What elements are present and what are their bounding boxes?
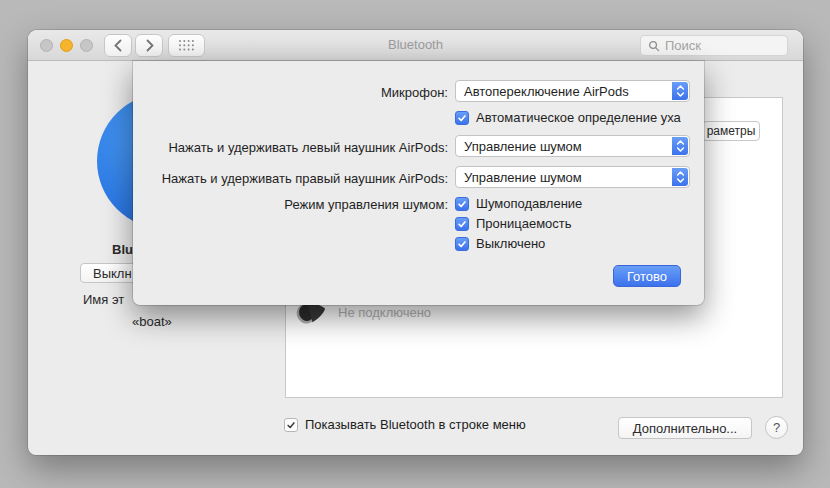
bluetooth-status-label: Blu (112, 242, 133, 257)
noise-mode-label: Режим управления шумом: (133, 197, 448, 212)
popup-stepper-icon (672, 137, 688, 155)
desktop-background: Bluetooth Поиск Blu Выклн Имя эт «boat» … (0, 0, 830, 488)
titlebar[interactable]: Bluetooth Поиск (28, 30, 803, 61)
search-field[interactable]: Поиск (640, 35, 788, 56)
popup-stepper-icon (672, 168, 688, 186)
forward-button[interactable] (135, 34, 163, 57)
checkbox-box (284, 418, 298, 432)
right-hold-value: Управление шумом (456, 170, 582, 185)
noise-option-transparency-checkbox[interactable]: Проницаемость (455, 216, 572, 231)
advanced-button[interactable]: Дополнительно... (618, 417, 752, 439)
back-button[interactable] (104, 34, 132, 57)
ear-detection-label: Автоматическое определение уха (476, 110, 681, 125)
checkmark-icon (457, 239, 467, 249)
show-bluetooth-menubar-label: Показывать Bluetooth в строке меню (305, 417, 526, 432)
microphone-value: Автопереключение AirPods (456, 84, 629, 99)
help-button[interactable]: ? (765, 416, 788, 439)
checkmark-icon (457, 219, 467, 229)
device-status-text: Не подключено (338, 305, 431, 320)
traffic-lights (40, 39, 93, 52)
search-placeholder: Поиск (665, 38, 701, 53)
done-button[interactable]: Готово (613, 265, 681, 287)
device-options-button[interactable]: раметры (702, 121, 760, 141)
popup-stepper-icon (672, 82, 688, 100)
noise-option-label: Выключено (476, 236, 545, 251)
checkbox-box (455, 197, 469, 211)
checkbox-box (455, 217, 469, 231)
chevron-left-icon (113, 39, 124, 52)
checkmark-icon (457, 113, 467, 123)
search-icon (648, 40, 660, 52)
turn-bluetooth-off-label: Выклн (93, 266, 132, 281)
checkbox-box (455, 111, 469, 125)
checkmark-icon (286, 420, 296, 430)
minimize-button[interactable] (60, 39, 73, 52)
checkmark-icon (457, 199, 467, 209)
microphone-popup[interactable]: Автопереключение AirPods (455, 80, 690, 102)
left-hold-popup[interactable]: Управление шумом (455, 135, 690, 157)
close-button[interactable] (40, 39, 53, 52)
checkbox-box (455, 237, 469, 251)
noise-option-off-checkbox[interactable]: Выключено (455, 236, 545, 251)
device-options-label: раметры (707, 124, 756, 138)
noise-option-cancellation-checkbox[interactable]: Шумоподавление (455, 196, 582, 211)
left-hold-label: Нажать и удерживать левый наушник AirPod… (133, 140, 448, 155)
ear-detection-checkbox[interactable]: Автоматическое определение уха (455, 110, 681, 125)
noise-option-label: Проницаемость (476, 216, 572, 231)
noise-option-label: Шумоподавление (476, 196, 582, 211)
microphone-label: Микрофон: (133, 85, 448, 100)
right-hold-popup[interactable]: Управление шумом (455, 166, 690, 188)
computer-name-label: Имя эт (83, 292, 124, 307)
chevron-right-icon (144, 39, 155, 52)
show-all-button[interactable] (168, 34, 205, 57)
left-hold-value: Управление шумом (456, 139, 582, 154)
computer-name-value: «boat» (132, 314, 172, 329)
show-bluetooth-menubar-checkbox[interactable]: Показывать Bluetooth в строке меню (284, 417, 526, 432)
grid-icon (178, 39, 195, 52)
right-hold-label: Нажать и удерживать правый наушник AirPo… (133, 171, 448, 186)
zoom-button[interactable] (80, 39, 93, 52)
airpods-options-sheet: Микрофон: Автопереключение AirPods Автом… (133, 61, 704, 305)
